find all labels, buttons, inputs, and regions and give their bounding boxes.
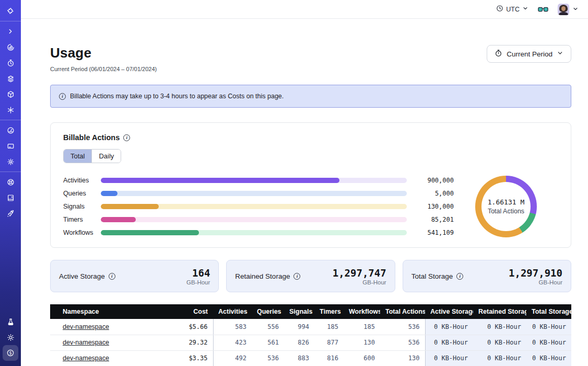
storage-card-value: 164 (186, 267, 210, 279)
docs-book-icon[interactable] (3, 190, 18, 205)
active-storage-cell: 0 KB-Hour (425, 319, 473, 335)
nexus-asterisk-icon[interactable] (3, 102, 18, 118)
namespace-usage-table: Namespace Cost Activities Queries Signal… (50, 304, 571, 366)
sidebar-divider (0, 21, 21, 21)
signals-cell: 826 (284, 335, 314, 350)
account-menu[interactable] (558, 4, 579, 15)
total-actions-cell: 536 (380, 319, 425, 335)
info-icon: i (59, 93, 66, 100)
bar-track (101, 178, 407, 183)
usage-dollar-icon[interactable]: $ (3, 345, 18, 361)
total-actions-donut: 1.66131 M Total Actions (475, 176, 537, 237)
page-title: Usage (50, 45, 157, 61)
settings-gear-icon[interactable] (3, 154, 18, 169)
namespace-link[interactable]: dev-namespace (63, 354, 109, 362)
info-icon[interactable]: i (293, 273, 300, 280)
donut-total-value: 1.66131 M (488, 198, 524, 206)
theme-sun-icon[interactable] (3, 329, 18, 345)
billable-actions-title: Billable Actions i (59, 133, 558, 142)
active-storage-cell: 0 KB-Hour (425, 335, 473, 350)
col-signals: Signals (284, 304, 314, 319)
queries-cell: 561 (252, 335, 284, 350)
main-content: Usage Current Period (06/01/2024 – 07/01… (21, 19, 588, 366)
bar-row-activities: Activities 900,000 (63, 174, 454, 187)
info-banner-text: Billable Actions may take up to 3-4 hour… (70, 93, 284, 100)
activities-cell: 583 (213, 319, 252, 335)
workflows-cell: 600 (344, 350, 380, 366)
total-actions-cell: 536 (380, 335, 425, 350)
bar-row-queries: Queries 5,000 (63, 187, 454, 200)
namespace-link[interactable]: dev-namespace (63, 339, 109, 346)
active-storage-card: Active Storage i 164 GB-Hour (50, 260, 219, 292)
chevron-right-icon[interactable] (3, 24, 18, 39)
sidebar: $ (0, 0, 21, 366)
task-queues-icon[interactable] (3, 71, 18, 86)
cost-cell: 29.32 (168, 335, 213, 350)
timers-cell: 877 (314, 335, 344, 350)
usage-gauge-icon[interactable] (3, 122, 18, 138)
topbar: UTC (21, 0, 588, 19)
stopwatch-icon (495, 49, 502, 59)
chevron-down-icon (557, 50, 563, 58)
bar-value: 5,000 (412, 190, 454, 197)
info-icon[interactable]: i (109, 273, 115, 280)
support-lifebuoy-icon[interactable] (3, 174, 18, 190)
user-avatar (558, 4, 569, 15)
sidebar-divider (0, 171, 21, 172)
bar-track (101, 217, 407, 222)
timers-cell: 185 (314, 319, 344, 335)
temporal-logo-icon[interactable] (3, 3, 18, 19)
col-retained-storage: Retained Storage (473, 304, 526, 319)
info-icon[interactable]: i (123, 134, 130, 141)
bar-track (101, 230, 407, 235)
billable-actions-title-text: Billable Actions (63, 133, 120, 142)
activities-cell: 423 (213, 335, 252, 350)
table-row: dev-namespace 29.32 423 561 826 877 130 … (50, 335, 571, 350)
period-selector-button[interactable]: Current Period (487, 45, 571, 63)
storage-card-value: 1,297,747 (333, 267, 386, 279)
tab-daily[interactable]: Daily (91, 150, 121, 163)
bar-label: Signals (63, 203, 101, 210)
period-selector-label: Current Period (507, 50, 552, 58)
col-total-storage: Total Storage (526, 304, 571, 319)
bar-value: 130,000 (412, 203, 454, 210)
retained-storage-cell: 0 KB-Hour (473, 335, 526, 350)
storage-cards: Active Storage i 164 GB-Hour Retained St… (50, 260, 571, 292)
namespaces-icon[interactable] (3, 39, 18, 55)
bar-chart: Activities 900,000 Queries 5,000 (59, 174, 454, 239)
deployments-icon[interactable] (3, 86, 18, 102)
col-cost: Cost (168, 304, 213, 319)
bar-track (101, 191, 407, 196)
timezone-selector[interactable]: UTC (496, 5, 528, 14)
schedules-icon[interactable] (3, 55, 18, 71)
info-icon[interactable]: i (456, 273, 463, 280)
glasses-icon[interactable] (538, 6, 548, 13)
workflows-cell: 130 (344, 335, 380, 350)
col-total-actions: Total Actions (380, 304, 425, 319)
total-actions-cell: 130 (380, 350, 425, 366)
activities-cell: 492 (213, 350, 252, 366)
storage-card-label: Retained Storage i (235, 272, 300, 280)
getting-started-rocket-icon[interactable] (3, 205, 18, 221)
chevron-down-icon (522, 5, 528, 13)
billing-card-icon[interactable] (3, 138, 18, 154)
retained-storage-cell: 0 KB-Hour (473, 350, 526, 366)
storage-card-value: 1,297,910 (509, 267, 562, 279)
bar-row-workflows: Workflows 541,109 (63, 226, 454, 239)
namespace-link[interactable]: dev-namespace (63, 323, 109, 330)
bar-track (101, 204, 407, 209)
chevron-down-icon (572, 5, 579, 14)
billable-actions-card: Billable Actions i Total Daily Activitie… (50, 122, 571, 248)
bar-value: 85,201 (412, 216, 454, 223)
labs-flask-icon[interactable] (3, 314, 18, 329)
active-storage-cell: 0 KB-Hour (425, 350, 473, 366)
col-activities: Activities (213, 304, 252, 319)
bar-label: Timers (63, 216, 101, 223)
page-header: Usage Current Period (06/01/2024 – 07/01… (50, 45, 571, 72)
storage-card-unit: GB-Hour (509, 279, 562, 285)
total-storage-card: Total Storage i 1,297,910 GB-Hour (403, 260, 571, 292)
info-banner: i Billable Actions may take up to 3-4 ho… (50, 85, 571, 108)
total-storage-cell: 0 KB-Hour (526, 319, 571, 335)
tab-total[interactable]: Total (64, 150, 91, 163)
billable-chart: Activities 900,000 Queries 5,000 (59, 174, 558, 239)
